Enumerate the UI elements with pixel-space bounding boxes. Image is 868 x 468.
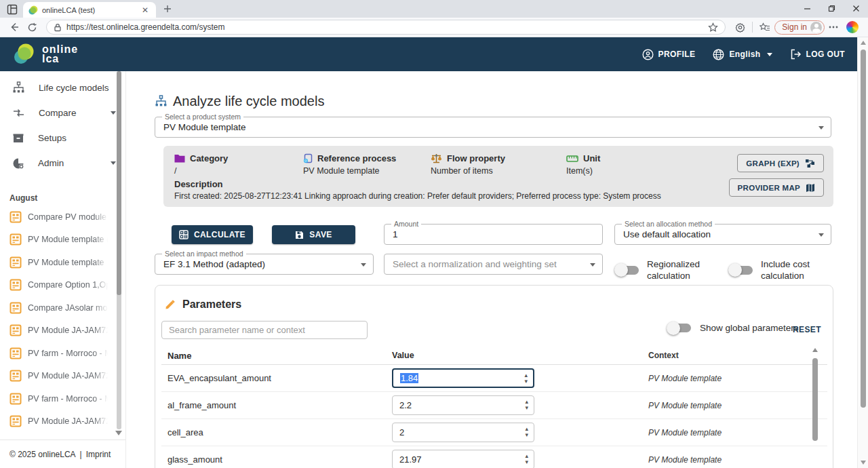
- description-text: First created: 2025-08-27T12:23:41 Linki…: [174, 191, 823, 201]
- url-text[interactable]: https://test.onlinelca.greendelta.com/sy…: [66, 22, 708, 32]
- global-parameters-label: Show global parameters: [700, 323, 799, 333]
- amount-label: Amount: [391, 220, 421, 228]
- sidebar-item-label: Admin: [38, 158, 111, 168]
- profile-label: PROFILE: [658, 50, 696, 59]
- scrollbar-thumb[interactable]: [861, 50, 866, 408]
- tab-title: onlineLCA (test): [42, 6, 140, 14]
- page-scrollbar[interactable]: [857, 37, 868, 468]
- toolbar-divider: [752, 22, 753, 33]
- site-info-lock-icon[interactable]: [54, 23, 62, 32]
- sidebar-model-list: Compare PV module prov PV Module templat…: [0, 206, 125, 433]
- refresh-icon[interactable]: [23, 18, 41, 36]
- impact-method-select[interactable]: Select an impact method EF 3.1 Method (a…: [155, 254, 374, 275]
- sidebar-model-item[interactable]: PV farm - Morroco - MA (: [0, 342, 125, 365]
- scroll-up-icon[interactable]: [812, 348, 818, 352]
- workspaces-icon[interactable]: [7, 4, 18, 15]
- imprint-link[interactable]: Imprint: [86, 450, 111, 459]
- sidebar-model-item[interactable]: Compare JAsolar module: [0, 296, 125, 319]
- graph-exp-button[interactable]: GRAPH (EXP): [737, 154, 824, 172]
- window-close-icon[interactable]: [844, 0, 868, 16]
- copilot-icon[interactable]: [846, 21, 859, 33]
- sidebar-model-item-label: Compare Option 1,Option: [28, 280, 108, 290]
- normalization-select[interactable]: Select a normalization and weighting set: [384, 254, 603, 275]
- unit-label: Unit: [583, 153, 600, 163]
- reset-button[interactable]: RESET: [793, 325, 821, 334]
- logout-button[interactable]: LOG OUT: [790, 49, 845, 60]
- sidebar-item-setups[interactable]: Setups: [0, 125, 125, 151]
- spinner-icon[interactable]: ▴▾: [524, 372, 528, 385]
- calculate-button[interactable]: CALCULATE: [172, 225, 253, 244]
- app-logo[interactable]: online lca: [12, 42, 78, 66]
- chevron-down-icon: [111, 161, 116, 165]
- process-icon: [303, 153, 313, 163]
- parameter-search-input[interactable]: [161, 321, 368, 339]
- product-system-select[interactable]: Select a product system PV Module templa…: [155, 117, 831, 138]
- copyright-text: © 2025 onlineLCA: [9, 450, 76, 459]
- profile-button[interactable]: PROFILE: [642, 49, 696, 60]
- param-value-input[interactable]: 1.84 ▴▾: [392, 368, 534, 388]
- browser-tab[interactable]: onlineLCA (test) ✕: [23, 2, 156, 18]
- logout-label: LOG OUT: [806, 50, 845, 59]
- footer-separator: |: [80, 450, 82, 459]
- new-tab-icon[interactable]: [163, 4, 172, 14]
- favorites-list-icon[interactable]: [760, 22, 770, 33]
- browser-essentials-icon[interactable]: [735, 22, 745, 33]
- back-icon[interactable]: [5, 18, 23, 36]
- admin-pie-icon: [12, 157, 24, 170]
- tab-close-icon[interactable]: ✕: [140, 5, 151, 15]
- sidebar-item-admin[interactable]: Admin: [0, 151, 125, 176]
- spinner-icon[interactable]: ▴▾: [525, 453, 528, 465]
- toggle-switch-icon[interactable]: [730, 266, 753, 275]
- window-minimize-icon[interactable]: [795, 0, 819, 16]
- scroll-up-icon[interactable]: [861, 41, 866, 45]
- allocation-method-select[interactable]: Select an allocation method Use default …: [614, 224, 831, 245]
- amount-field[interactable]: Amount 1: [384, 224, 603, 245]
- address-bar[interactable]: https://test.onlinelca.greendelta.com/sy…: [46, 20, 726, 35]
- toggle-switch-icon[interactable]: [669, 324, 691, 332]
- param-value-input[interactable]: 21.97 ▴▾: [392, 450, 534, 468]
- provider-map-button[interactable]: PROVIDER MAP: [729, 178, 824, 197]
- flow-property-label: Flow property: [447, 153, 505, 163]
- sidebar-model-item[interactable]: Compare Option 1,Option: [0, 274, 125, 297]
- window-restore-icon[interactable]: [819, 0, 844, 16]
- module-icon: [9, 324, 22, 336]
- cost-toggle[interactable]: Include cost calculation: [730, 258, 835, 281]
- normalization-placeholder: Select a normalization and weighting set: [393, 259, 557, 269]
- sidebar-model-item-label: PV Module JA-JAM72D1: [28, 416, 108, 426]
- save-button[interactable]: SAVE: [272, 225, 355, 244]
- param-value-input[interactable]: 2 ▴▾: [392, 423, 534, 442]
- regionalized-toggle[interactable]: Regionalized calculation: [616, 258, 722, 281]
- system-info-panel: Category / Reference process PV Module t…: [163, 146, 833, 207]
- sidebar-model-item[interactable]: PV Module template (1): [0, 229, 125, 252]
- calculate-icon: [179, 230, 189, 239]
- scroll-down-icon[interactable]: [115, 431, 122, 435]
- toggle-switch-icon[interactable]: [616, 266, 639, 275]
- scrollbar-thumb[interactable]: [812, 358, 818, 441]
- sidebar-model-item-label: PV farm - Morroco - MA (: [28, 349, 108, 358]
- table-scrollbar[interactable]: [812, 348, 818, 468]
- sidebar-scrollbar[interactable]: [117, 71, 121, 429]
- sidebar-item-life-cycle-models[interactable]: Life cycle models: [0, 75, 125, 100]
- language-button[interactable]: English: [713, 49, 772, 60]
- spinner-icon[interactable]: ▴▾: [525, 426, 528, 438]
- sidebar-model-item[interactable]: Compare PV module prov: [0, 206, 125, 229]
- param-value-input[interactable]: 2.2 ▴▾: [392, 395, 534, 415]
- sidebar-model-item[interactable]: PV farm - Morroco - MA (: [0, 387, 125, 410]
- sidebar-model-item[interactable]: PV Module JA-JAM72D1: [0, 365, 125, 388]
- sidebar-model-item[interactable]: PV Module JA-JAM72D1: [0, 410, 125, 433]
- param-name: glass_amount: [161, 454, 392, 465]
- spinner-icon[interactable]: ▴▾: [525, 399, 528, 411]
- column-header-value: Value: [392, 351, 648, 360]
- more-menu-icon[interactable]: [829, 26, 838, 28]
- favorite-star-icon[interactable]: [708, 22, 718, 33]
- sign-in-button[interactable]: Sign in: [774, 20, 825, 35]
- chevron-down-icon: [111, 111, 116, 115]
- sidebar-model-item[interactable]: PV Module template: [0, 251, 125, 274]
- scroll-down-icon[interactable]: [861, 461, 866, 465]
- param-context: PV Module template: [648, 401, 827, 410]
- sidebar-item-compare[interactable]: Compare: [0, 100, 125, 125]
- sidebar-model-item[interactable]: PV Module JA-JAM72D1: [0, 319, 125, 343]
- flow-property-value: Number of items: [431, 166, 566, 176]
- graph-icon: [805, 159, 815, 168]
- global-parameters-toggle[interactable]: Show global parameters: [669, 323, 799, 333]
